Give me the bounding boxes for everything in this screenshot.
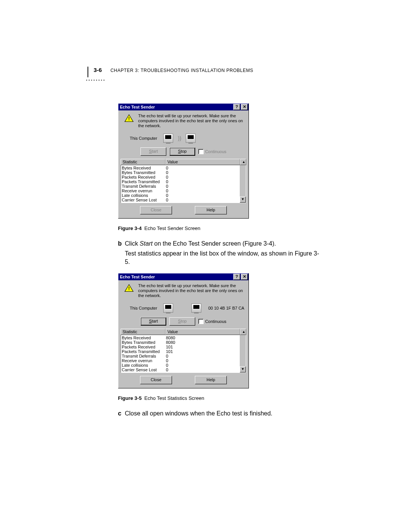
checkbox-icon[interactable] bbox=[198, 149, 204, 154]
help-dialog-button[interactable]: Help bbox=[195, 376, 227, 384]
scroll-down-button[interactable]: ▼ bbox=[240, 197, 246, 203]
table-row[interactable]: Receive overrun0 bbox=[122, 358, 240, 363]
table-row[interactable]: Packets Transmitted0 bbox=[122, 179, 240, 184]
computer-icon bbox=[163, 134, 173, 143]
this-computer-label: This Computer bbox=[130, 306, 157, 310]
warning-text: The echo test will tie up your network. … bbox=[138, 113, 245, 128]
col-value[interactable]: Value bbox=[166, 329, 240, 335]
close-button[interactable]: Close bbox=[140, 376, 172, 384]
table-row[interactable]: Late collisions0 bbox=[122, 193, 240, 198]
mac-address: 00 10 4B 1F B7 CA bbox=[208, 306, 244, 310]
stop-button[interactable]: Stop bbox=[169, 147, 195, 156]
continuous-label: Continuous bbox=[205, 149, 226, 154]
checkbox-icon[interactable] bbox=[198, 319, 204, 324]
scroll-down-button[interactable]: ▼ bbox=[240, 366, 246, 372]
chapter-title: CHAPTER 3: TROUBLESHOOTING INSTALLATION … bbox=[110, 68, 253, 73]
table-row[interactable]: Packets Received0 bbox=[122, 175, 240, 179]
table-rows-2: Bytes Received8080Bytes Transmitted8080P… bbox=[121, 335, 240, 372]
start-button[interactable]: Start bbox=[140, 147, 166, 156]
help-button[interactable]: ? bbox=[233, 104, 240, 110]
table-row[interactable]: Transmit Deferrals0 bbox=[122, 354, 240, 358]
scroll-up-button[interactable]: ▲ bbox=[240, 159, 246, 165]
continuous-checkbox[interactable]: Continuous bbox=[198, 319, 226, 324]
warning-text: The echo test will tie up your network. … bbox=[138, 283, 245, 298]
stop-button[interactable]: Stop bbox=[169, 317, 195, 326]
table-row[interactable]: Packets Received101 bbox=[122, 345, 240, 349]
col-statistic[interactable]: Statistic bbox=[121, 329, 166, 335]
table-row[interactable]: Receive overrun0 bbox=[122, 189, 240, 193]
close-window-button[interactable]: ✕ bbox=[241, 104, 248, 110]
step-c-text: cClose all open windows when the Echo te… bbox=[118, 409, 323, 418]
help-button[interactable]: ? bbox=[233, 274, 240, 280]
table-row[interactable]: Carrier Sense Lost0 bbox=[122, 367, 240, 372]
continuous-checkbox[interactable]: Continuous bbox=[198, 149, 226, 154]
close-button[interactable]: Close bbox=[140, 206, 172, 214]
table-row[interactable]: Bytes Transmitted8080 bbox=[122, 340, 240, 345]
continuous-label: Continuous bbox=[205, 319, 226, 324]
header-dots: •••••••• bbox=[86, 78, 323, 82]
this-computer-label: This Computer bbox=[130, 136, 157, 141]
close-window-button[interactable]: ✕ bbox=[241, 274, 248, 280]
titlebar[interactable]: Echo Test Sender ? ✕ bbox=[118, 104, 249, 110]
window-title: Echo Test Sender bbox=[119, 105, 233, 109]
page-header: 3-6 CHAPTER 3: TROUBLESHOOTING INSTALLAT… bbox=[88, 67, 323, 77]
table-row[interactable]: Bytes Received0 bbox=[122, 166, 240, 170]
table-row[interactable]: Late collisions0 bbox=[122, 363, 240, 367]
start-button[interactable]: Start bbox=[140, 317, 166, 326]
table-row[interactable]: Transmit Deferrals0 bbox=[122, 184, 240, 189]
table-rows-1: Bytes Received0Bytes Transmitted0Packets… bbox=[121, 165, 240, 203]
table-row[interactable]: Bytes Transmitted0 bbox=[122, 170, 240, 175]
scrollbar[interactable]: ▼ bbox=[240, 335, 246, 372]
scrollbar[interactable]: ▼ bbox=[240, 165, 246, 203]
remote-computer-icon bbox=[191, 304, 201, 313]
remote-computer-icon bbox=[186, 134, 196, 143]
figure-caption-2: Figure 3-5 Echo Test Statistics Screen bbox=[118, 395, 323, 401]
echo-test-dialog-2: Echo Test Sender ? ✕ ! The echo test wil… bbox=[118, 273, 249, 388]
table-row[interactable]: Carrier Sense Lost0 bbox=[122, 198, 240, 202]
stats-table: Statistic Value ▲ Bytes Received8080Byte… bbox=[121, 329, 246, 373]
col-statistic[interactable]: Statistic bbox=[121, 159, 166, 165]
page-number: 3-6 bbox=[94, 67, 102, 73]
table-row[interactable]: Packets Transmitted101 bbox=[122, 349, 240, 354]
scroll-up-button[interactable]: ▲ bbox=[240, 329, 246, 335]
signal-icon: )) bbox=[178, 135, 181, 141]
window-title: Echo Test Sender bbox=[119, 275, 233, 279]
warning-icon: ! bbox=[124, 114, 134, 122]
titlebar[interactable]: Echo Test Sender ? ✕ bbox=[118, 273, 249, 280]
warning-icon: ! bbox=[124, 284, 134, 292]
col-value[interactable]: Value bbox=[166, 159, 240, 165]
figure-caption-1: Figure 3-4 Echo Test Sender Screen bbox=[118, 225, 323, 231]
computer-icon bbox=[163, 304, 173, 313]
help-dialog-button[interactable]: Help bbox=[195, 206, 227, 214]
echo-test-dialog-1: Echo Test Sender ? ✕ ! The echo test wil… bbox=[118, 103, 249, 219]
stats-table: Statistic Value ▲ Bytes Received0Bytes T… bbox=[121, 159, 246, 203]
table-row[interactable]: Bytes Received8080 bbox=[122, 335, 240, 340]
step-b-text: bClick Start on the Echo Test Sender scr… bbox=[118, 240, 323, 266]
